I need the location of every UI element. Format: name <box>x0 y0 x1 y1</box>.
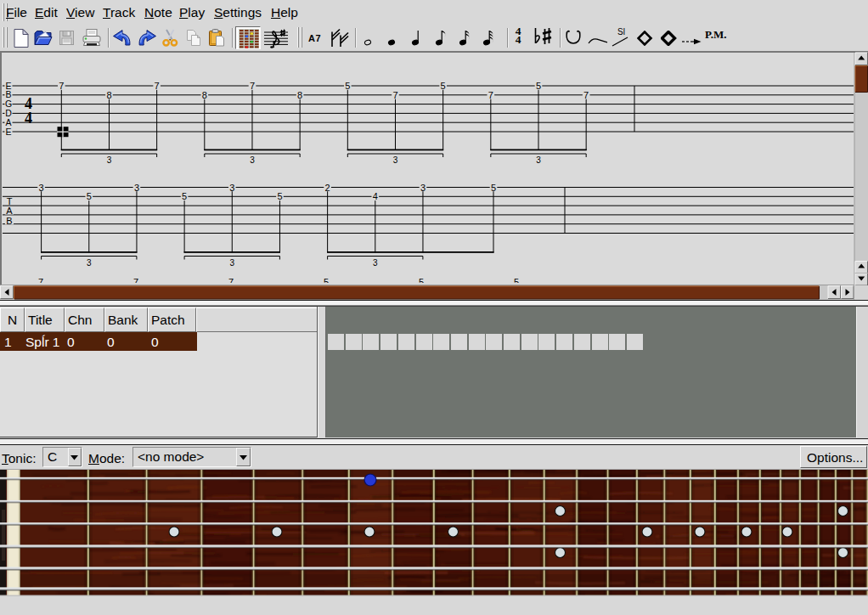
svg-text:5: 5 <box>491 183 496 193</box>
svg-text:7: 7 <box>250 81 255 91</box>
svg-text:8: 8 <box>106 90 111 100</box>
svg-text:3: 3 <box>420 183 426 193</box>
svg-text:7: 7 <box>583 90 589 100</box>
svg-text:8: 8 <box>202 90 207 100</box>
svg-text:3: 3 <box>87 258 92 268</box>
svg-text:T: T <box>7 196 13 206</box>
svg-text:7: 7 <box>488 90 493 100</box>
svg-text:7: 7 <box>59 81 64 91</box>
svg-text:4: 4 <box>25 110 32 127</box>
svg-text:7: 7 <box>392 90 397 100</box>
svg-text:A: A <box>6 206 13 216</box>
svg-text:5: 5 <box>277 191 282 201</box>
svg-text:Sl: Sl <box>617 27 625 37</box>
svg-text:3: 3 <box>107 155 112 165</box>
svg-text:2: 2 <box>325 183 330 193</box>
svg-text:3: 3 <box>536 155 541 165</box>
svg-text:3: 3 <box>134 183 139 193</box>
svg-text:5: 5 <box>536 81 541 91</box>
svg-text:E: E <box>5 127 11 137</box>
svg-text:5: 5 <box>345 81 350 91</box>
svg-text:8: 8 <box>297 90 302 100</box>
svg-text:3: 3 <box>250 155 255 165</box>
svg-text:4: 4 <box>373 191 378 201</box>
svg-text:7: 7 <box>155 81 160 91</box>
svg-text:5: 5 <box>87 191 92 201</box>
svg-text:5: 5 <box>182 191 187 201</box>
svg-text:3: 3 <box>373 258 378 268</box>
svg-text:3: 3 <box>39 183 44 193</box>
svg-text:3: 3 <box>230 258 235 268</box>
svg-text:3: 3 <box>393 155 398 165</box>
svg-text:3: 3 <box>229 183 234 193</box>
svg-text:B: B <box>6 216 12 226</box>
svg-text:5: 5 <box>441 81 446 91</box>
